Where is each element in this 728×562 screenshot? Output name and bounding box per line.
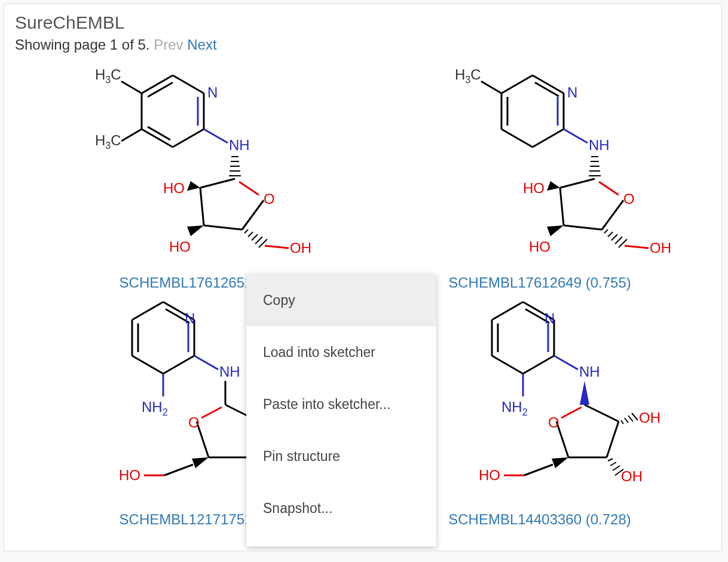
svg-text:NH: NH [589,137,610,153]
svg-text:H3C: H3C [95,66,121,85]
svg-marker-27 [187,181,200,191]
svg-line-69 [611,234,617,240]
svg-line-58 [560,188,564,225]
svg-line-70 [615,237,622,244]
svg-line-23 [204,225,242,230]
svg-line-127 [625,418,628,423]
svg-text:HO: HO [523,180,545,196]
svg-line-131 [608,459,613,461]
result-cell-1: H3C H3C N NH [15,59,357,291]
svg-line-31 [244,230,248,233]
svg-line-81 [163,356,194,374]
svg-line-9 [121,81,142,93]
pager-next[interactable]: Next [187,36,216,53]
svg-text:OH: OH [290,240,311,256]
svg-line-57 [560,179,595,188]
svg-marker-136 [552,457,568,468]
svg-line-21 [200,179,235,188]
context-menu-item-copy[interactable]: Copy [246,274,436,326]
svg-line-120 [585,405,619,422]
svg-line-124 [561,407,582,418]
svg-line-22 [200,188,204,225]
svg-text:HO: HO [169,239,191,255]
surechembl-panel: SureChEMBL Showing page 1 of 5. Prev Nex… [4,4,722,551]
svg-line-93 [201,407,222,418]
svg-text:HO: HO [119,467,140,483]
pager: Showing page 1 of 5. Prev Next [15,36,711,53]
svg-line-60 [602,200,623,230]
svg-line-68 [608,232,613,237]
svg-text:OH: OH [639,410,660,426]
svg-line-132 [610,462,616,466]
compound-link-1[interactable]: SCHEMBL17612651 [120,274,253,291]
svg-line-14 [204,129,228,143]
svg-line-10 [121,129,142,141]
compound-link-3[interactable]: SCHEMBL12171751 [120,511,253,528]
svg-line-3 [173,75,204,93]
context-menu-item-load-sketcher[interactable]: Load into sketcher [246,326,436,378]
panel-title: SureChEMBL [15,13,711,33]
svg-text:NH: NH [579,364,600,380]
svg-line-82 [132,356,163,374]
svg-text:HO: HO [529,239,550,255]
compound-link-2[interactable]: SCHEMBL17612649 (0.755) [448,274,631,291]
result-cell-2: H3C N NH O [369,59,711,291]
svg-text:O: O [548,414,559,430]
svg-text:O: O [264,191,275,207]
svg-text:NH2: NH2 [142,399,168,417]
svg-line-59 [564,225,602,230]
svg-text:HO: HO [479,467,500,483]
svg-marker-29 [187,225,204,236]
context-menu-item-pin-structure[interactable]: Pin structure [246,430,436,482]
svg-line-76 [132,302,163,320]
svg-text:N: N [207,84,218,100]
svg-line-33 [252,234,258,240]
svg-line-133 [613,466,620,471]
svg-text:N: N [185,310,195,326]
svg-line-107 [492,302,523,320]
svg-line-128 [628,416,633,422]
svg-line-40 [501,75,533,93]
context-menu-item-snapshot[interactable]: Snapshot... [246,482,436,534]
svg-line-113 [492,356,523,374]
structure-svg-2[interactable]: H3C N NH O [384,59,695,274]
svg-text:NH2: NH2 [501,399,528,417]
svg-text:O: O [188,414,200,430]
structure-svg-1[interactable]: H3C H3C N NH [30,59,341,274]
svg-line-72 [625,246,649,248]
svg-text:OH: OH [621,468,643,484]
svg-text:NH: NH [219,364,240,380]
svg-text:H3C: H3C [95,132,121,151]
svg-text:OH: OH [650,240,671,256]
svg-line-67 [604,230,608,233]
svg-line-50 [564,129,588,143]
svg-line-137 [524,465,553,475]
pager-text: Showing page 1 of 5. [15,36,154,53]
svg-line-112 [523,356,554,374]
svg-line-25 [239,182,259,195]
svg-marker-119 [580,381,589,405]
compound-link-4[interactable]: SCHEMBL14403360 (0.728) [448,511,631,528]
svg-text:HO: HO [163,180,185,196]
svg-line-46 [501,129,533,147]
svg-line-86 [194,356,218,369]
svg-line-121 [607,422,619,457]
svg-line-32 [248,232,253,237]
svg-line-36 [265,246,289,248]
context-menu-item-paste-sketcher[interactable]: Paste into sketcher... [246,378,436,430]
svg-line-8 [148,127,170,140]
svg-text:N: N [545,310,555,326]
svg-text:N: N [567,84,577,100]
svg-line-24 [242,200,264,230]
svg-line-129 [632,413,638,420]
svg-line-47 [481,81,501,93]
svg-text:NH: NH [229,137,250,153]
pager-prev: Prev [154,36,183,53]
svg-marker-63 [547,181,560,191]
context-menu: Copy Load into sketcher Paste into sketc… [246,274,436,546]
svg-marker-101 [192,457,209,468]
svg-text:O: O [623,191,635,207]
svg-line-61 [599,182,619,195]
svg-line-6 [173,129,204,147]
svg-line-126 [621,420,623,424]
